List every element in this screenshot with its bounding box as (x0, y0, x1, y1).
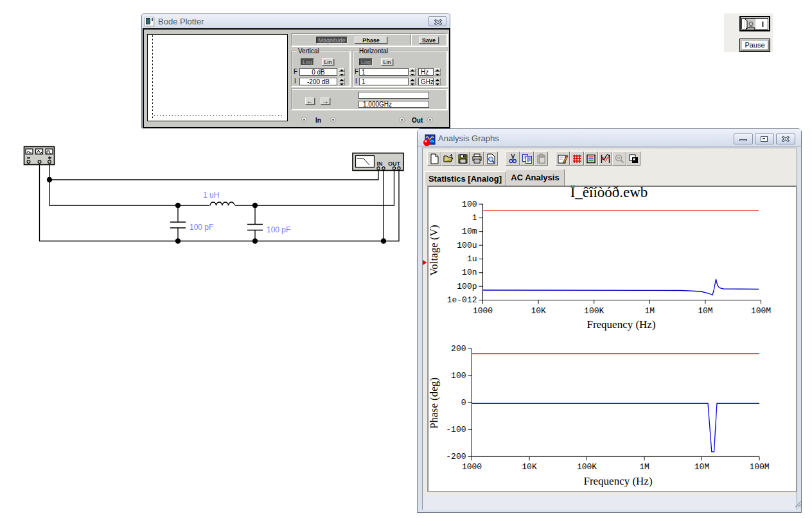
svg-text:100 pF: 100 pF (190, 223, 213, 232)
svg-text:10M: 10M (694, 462, 709, 472)
svg-text:10K: 10K (522, 462, 537, 472)
svg-text:1u: 1u (467, 254, 477, 264)
svg-text:1000: 1000 (462, 462, 482, 472)
svg-text:Voltage (V): Voltage (V) (428, 225, 440, 275)
svg-text:1 uH: 1 uH (203, 191, 219, 200)
svg-text:100u: 100u (457, 241, 477, 250)
svg-text:OUT: OUT (388, 160, 401, 167)
svg-text:100M: 100M (749, 462, 769, 472)
svg-text:10m: 10m (462, 227, 477, 236)
svg-text:100M: 100M (751, 306, 771, 316)
svg-text:-200: -200 (446, 452, 466, 462)
svg-text:10K: 10K (531, 306, 546, 316)
svg-text:100: 100 (462, 200, 477, 209)
svg-text:1: 1 (472, 213, 477, 223)
svg-text:100: 100 (451, 371, 466, 381)
svg-text:1M: 1M (644, 306, 655, 316)
svg-text:Frequency (Hz): Frequency (Hz) (587, 318, 655, 331)
svg-text:1M: 1M (639, 462, 649, 472)
svg-text:Ï_êîíòóð.ewb: Ï_êîíòóð.ewb (570, 186, 648, 200)
svg-text:100K: 100K (577, 462, 597, 472)
svg-text:Frequency (Hz): Frequency (Hz) (583, 475, 652, 487)
svg-text:IN: IN (377, 160, 383, 167)
svg-text:0: 0 (461, 398, 466, 408)
svg-text:Phase (deg): Phase (deg) (428, 377, 440, 429)
svg-text:100 pF: 100 pF (267, 225, 290, 234)
svg-text:1000: 1000 (473, 306, 493, 316)
svg-text:-100: -100 (446, 425, 466, 435)
svg-text:10n: 10n (462, 268, 477, 277)
svg-text:10M: 10M (698, 306, 712, 316)
svg-text:200: 200 (451, 344, 466, 354)
svg-text:100K: 100K (584, 306, 604, 316)
svg-text:1e-012: 1e-012 (447, 295, 477, 305)
svg-text:100p: 100p (457, 282, 477, 291)
